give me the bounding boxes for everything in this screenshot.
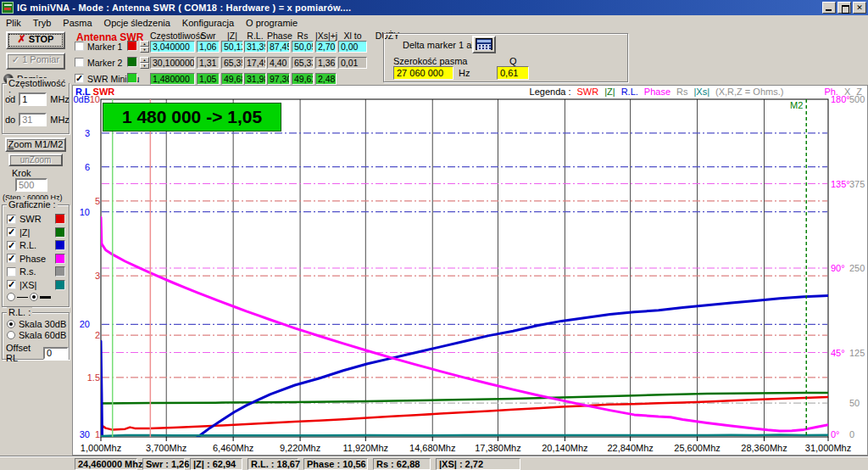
trace-checkbox[interactable]: [7, 254, 16, 263]
minimize-button[interactable]: [822, 2, 836, 14]
calculator-button[interactable]: [472, 36, 496, 53]
trace-row-phase: Phase: [7, 253, 65, 265]
marker-frequency-field[interactable]: 30,100000: [150, 57, 195, 69]
window-title: IG miniVNA - Mode : Antenna SWR ( COM18 …: [17, 3, 351, 13]
x-tick-label: 3,700Mhz: [146, 443, 186, 453]
menu-opcje-ledzenia[interactable]: Opcje śledzenia: [98, 17, 176, 29]
marker-value-field: 50,12: [221, 41, 243, 53]
marker-value-field: 4,40: [267, 57, 290, 69]
zoom-m1-m2-button[interactable]: Zoom M1/M2: [5, 137, 66, 152]
trace-checkbox[interactable]: [7, 215, 16, 224]
marker-value-field: 17,49: [244, 57, 266, 69]
trace-color-swatch: [55, 227, 65, 238]
rl-axis-tick: 20: [80, 319, 90, 329]
marker-value-field: 65,35: [221, 57, 243, 69]
marker-line-label: M2: [790, 100, 803, 110]
stop-button[interactable]: ✗STOP: [6, 31, 65, 49]
x-tick-label: 31,000Mhz: [805, 443, 851, 453]
check-icon: ✓: [12, 54, 22, 64]
marker-value-field: 0,00: [338, 41, 367, 53]
marker-value-field: 1,06: [197, 41, 220, 53]
thin-line-radio[interactable]: [7, 293, 15, 301]
x-tick-label: 22,840Mhz: [607, 443, 653, 453]
duzy-checkbox[interactable]: [75, 42, 84, 51]
trace-row-rs: R.s.: [7, 266, 65, 277]
offset-rl-input[interactable]: [43, 347, 69, 360]
status-cell: |Z| : 62,94: [190, 458, 242, 470]
marker-spinner[interactable]: ▲▼: [140, 57, 149, 69]
trace-checkbox[interactable]: [7, 280, 16, 289]
z-axis-tick: 500: [849, 94, 865, 104]
rl-axis-tick: 3: [85, 128, 90, 138]
marker-value-field: 87,45: [267, 41, 290, 53]
x-tick-label: 17,380Mhz: [475, 443, 520, 453]
q-value: 0,61: [497, 66, 529, 80]
menu-konfiguracja[interactable]: Konfiguracja: [176, 17, 240, 29]
thick-line-radio[interactable]: [30, 293, 38, 301]
trace-label: |XS|: [19, 280, 52, 290]
single-measure-button[interactable]: ✓ 1 Pomiar: [6, 53, 65, 70]
swr-axis-tick: 10: [90, 94, 100, 104]
freq-to-input[interactable]: [19, 113, 47, 126]
freq-from-input[interactable]: [19, 92, 47, 106]
thick-line-sample: [40, 296, 51, 299]
swr-axis-tick: 1: [95, 429, 100, 439]
x-tick-label: 1,000Mhz: [81, 443, 121, 453]
stop-x-icon: ✗: [18, 33, 26, 45]
close-button[interactable]: ✕: [853, 2, 866, 14]
rl-axis-tick: 10: [80, 207, 90, 217]
trace-color-swatch: [55, 280, 65, 290]
restore-button[interactable]: [837, 2, 851, 14]
menu-o-programie[interactable]: O programie: [240, 17, 303, 29]
phase-axis-tick: 45°: [831, 348, 845, 358]
swr-axis-tick: 1.5: [87, 372, 100, 383]
delta-marker-title: Delta marker 1 al 2: [403, 40, 481, 50]
z-axis-tick: 250: [849, 263, 865, 273]
swr-plot[interactable]: M20dB36102030105321.51180°135°90°45°0°50…: [73, 86, 868, 456]
hz-unit-label: Hz: [459, 68, 470, 78]
marker-value-field: 1,31: [197, 57, 220, 69]
thin-line-sample: [17, 297, 28, 298]
status-cell: Rs : 62,88: [373, 458, 431, 470]
chart-panel: R.L SWR Legenda :SWR|Z|R.L.PhaseRs|Xs|(X…: [72, 85, 868, 456]
marker-color-swatch: [127, 57, 137, 67]
status-cell: Phase : 10,56: [303, 458, 368, 470]
duzy-checkbox[interactable]: [75, 58, 84, 67]
trace-row-swr: SWR: [7, 213, 65, 225]
unzoom-button[interactable]: unZoom: [8, 154, 63, 166]
marker-value-field: 2,70: [315, 41, 337, 53]
marker-value-field: 0,01: [338, 57, 367, 69]
marker-frequency-field[interactable]: 3,040000: [150, 41, 195, 53]
offset-rl-label: Offset RL: [6, 343, 40, 363]
bandwidth-label: Szerokość pasma: [393, 56, 467, 66]
status-cell: 24,460000 Mhz: [75, 458, 137, 470]
marker-value-field: 49,62: [292, 73, 314, 85]
status-cell: |XS| : 2,72: [436, 458, 520, 470]
menu-tryb[interactable]: Tryb: [27, 17, 58, 29]
trace-toggle-group: Graficznie : SWR|Z|R.L.PhaseR.s.|XS|: [2, 204, 70, 307]
rl-axis-tick: 30: [80, 429, 90, 439]
series-xs: [101, 435, 828, 436]
duzy-checkbox[interactable]: [75, 74, 84, 83]
menu-plik[interactable]: Plik: [0, 17, 27, 29]
freq-to-label: do: [5, 115, 15, 125]
rl-scale-group: R.L. : Skala 30dB Skala 60dB Offset RL: [2, 312, 70, 360]
step-input[interactable]: [15, 178, 47, 192]
trace-checkbox[interactable]: [7, 227, 16, 237]
trace-checkbox[interactable]: [7, 267, 16, 277]
q-label: Q: [509, 56, 517, 66]
menu-pasma[interactable]: Pasma: [57, 17, 97, 29]
marker-frequency-field[interactable]: 1,480000: [150, 73, 195, 85]
marker-color-swatch: [127, 41, 137, 51]
scale-30db-radio[interactable]: [7, 320, 15, 328]
scale-60db-label: Skala 60dB: [19, 330, 66, 340]
scale-60db-radio[interactable]: [7, 331, 15, 339]
trace-label: Phase: [19, 254, 52, 264]
trace-color-swatch: [55, 214, 65, 224]
trace-checkbox[interactable]: [7, 241, 16, 250]
marker-value-field: 65,33: [292, 57, 314, 69]
marker-spinner[interactable]: ▲▼: [140, 41, 149, 53]
frequency-group: Częstotliwość : od MHz do MHz: [2, 83, 70, 134]
z-axis-tick: 0: [849, 429, 854, 439]
marker-col-header: R.L.: [244, 31, 266, 41]
